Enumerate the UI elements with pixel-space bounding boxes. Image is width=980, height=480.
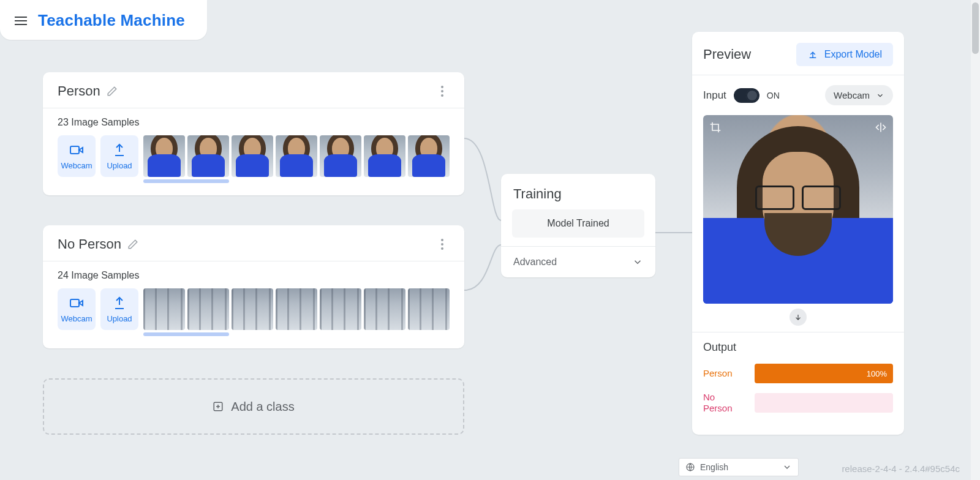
- chevron-down-icon: [876, 91, 884, 100]
- upload-button-label: Upload: [107, 314, 132, 323]
- toggle-state: ON: [767, 91, 780, 100]
- sample-thumb[interactable]: [276, 288, 317, 330]
- webcam-button-label: Webcam: [61, 314, 92, 323]
- upload-button-label: Upload: [107, 161, 132, 170]
- sample-thumb[interactable]: [320, 135, 361, 177]
- samples-count: 23 Image Samples: [58, 117, 450, 128]
- language-select[interactable]: English: [679, 458, 799, 476]
- sample-thumb[interactable]: [408, 135, 450, 177]
- svg-rect-0: [70, 146, 79, 154]
- output-bar-noperson: [755, 393, 893, 413]
- input-label: Input: [703, 89, 726, 102]
- sample-thumb[interactable]: [364, 135, 405, 177]
- output-pct-person: 100%: [867, 369, 887, 378]
- upload-icon: [807, 49, 818, 60]
- sample-thumb[interactable]: [143, 135, 185, 177]
- thumb-scroll-indicator[interactable]: [143, 179, 229, 183]
- webcam-preview: [703, 115, 893, 304]
- sample-thumb[interactable]: [143, 288, 185, 330]
- upload-button[interactable]: Upload: [100, 288, 138, 330]
- training-advanced-toggle[interactable]: Advanced: [501, 246, 655, 277]
- samples-count: 24 Image Samples: [58, 270, 450, 281]
- release-version: release-2-4-4 - 2.4.4#95c54c: [842, 463, 960, 474]
- class-menu-icon[interactable]: [435, 239, 450, 250]
- svg-rect-1: [70, 299, 79, 307]
- advanced-label: Advanced: [513, 257, 557, 268]
- training-status: Model Trained: [512, 209, 644, 238]
- globe-icon: [685, 462, 695, 472]
- output-label-person: Person: [703, 368, 746, 379]
- class-menu-icon[interactable]: [435, 86, 450, 97]
- class-card-person: Person 23 Image Samples Webcam Upload: [43, 72, 464, 195]
- sample-thumb[interactable]: [187, 288, 229, 330]
- add-class-label: Add a class: [231, 400, 294, 414]
- chevron-down-icon: [782, 462, 792, 472]
- input-toggle[interactable]: [734, 88, 760, 103]
- sample-thumbnails[interactable]: [143, 288, 450, 330]
- sample-thumb[interactable]: [187, 135, 229, 177]
- training-card: Training Model Trained Advanced: [501, 174, 655, 277]
- output-bar-person: 100%: [755, 364, 893, 383]
- output-title: Output: [703, 341, 893, 354]
- webcam-button-label: Webcam: [61, 161, 92, 170]
- training-title: Training: [501, 174, 655, 209]
- sample-thumb[interactable]: [364, 288, 405, 330]
- upload-button[interactable]: Upload: [100, 135, 138, 177]
- preview-title: Preview: [703, 47, 751, 62]
- sample-thumb[interactable]: [276, 135, 317, 177]
- class-title: No Person: [58, 236, 121, 252]
- arrow-down-icon: [790, 309, 807, 326]
- pencil-icon[interactable]: [107, 86, 118, 97]
- sample-thumb[interactable]: [320, 288, 361, 330]
- input-source-label: Webcam: [834, 90, 870, 100]
- preview-card: Preview Export Model Input ON Webcam: [692, 32, 904, 435]
- plus-icon: [213, 401, 224, 412]
- input-source-select[interactable]: Webcam: [825, 85, 893, 105]
- webcam-button[interactable]: Webcam: [58, 135, 96, 177]
- export-model-button[interactable]: Export Model: [796, 43, 893, 66]
- output-label-noperson: No Person: [703, 392, 746, 414]
- vertical-scrollbar[interactable]: [971, 0, 980, 480]
- language-label: English: [700, 462, 728, 472]
- crop-icon[interactable]: [709, 121, 722, 136]
- sample-thumb[interactable]: [408, 288, 450, 330]
- class-title: Person: [58, 83, 100, 99]
- pencil-icon[interactable]: [127, 239, 138, 250]
- add-class-button[interactable]: Add a class: [43, 378, 464, 435]
- webcam-button[interactable]: Webcam: [58, 288, 96, 330]
- sample-thumbnails[interactable]: [143, 135, 450, 177]
- export-label: Export Model: [824, 49, 882, 60]
- class-card-noperson: No Person 24 Image Samples Webcam Upload: [43, 225, 464, 348]
- sample-thumb[interactable]: [232, 288, 273, 330]
- chevron-down-icon: [632, 257, 643, 268]
- sample-thumb[interactable]: [232, 135, 273, 177]
- flip-icon[interactable]: [875, 121, 887, 136]
- thumb-scroll-indicator[interactable]: [143, 332, 229, 336]
